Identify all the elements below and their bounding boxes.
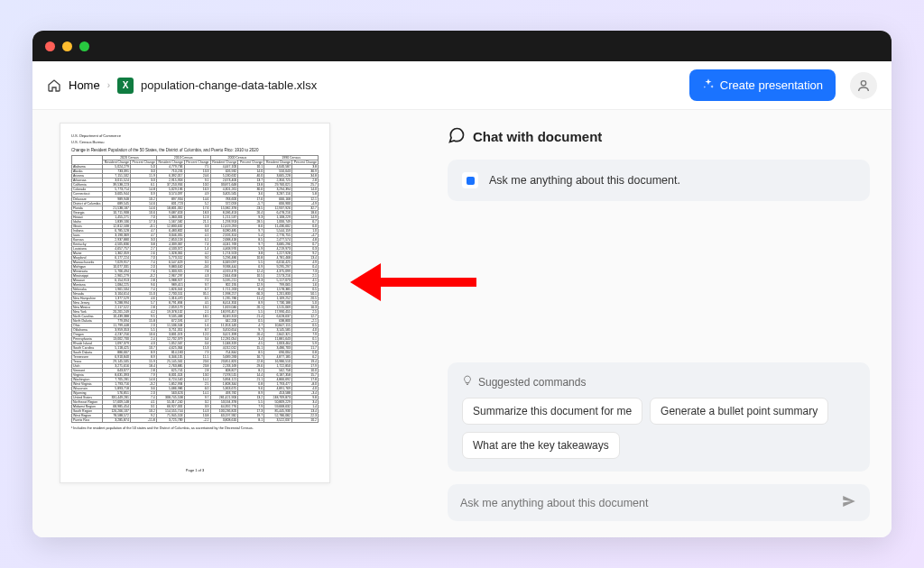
col-header: Resident Change	[210, 160, 238, 165]
doc-page-number: Page 1 of 3	[60, 469, 329, 473]
chat-icon	[448, 126, 466, 147]
sparkle-icon	[702, 78, 715, 93]
doc-dept: U.S. Department of Commerce	[71, 134, 319, 139]
close-window-button[interactable]	[45, 41, 55, 51]
create-presentation-label: Create presentation	[720, 78, 823, 92]
col-header: Percent Change	[130, 160, 156, 165]
col-header: Percent Change	[238, 160, 264, 165]
send-button[interactable]	[841, 493, 857, 512]
col-header: Percent Change	[184, 160, 210, 165]
document-preview-pane: U.S. Department of Commerce U.S. Census …	[32, 110, 448, 537]
main: U.S. Department of Commerce U.S. Census …	[32, 110, 892, 537]
app-window: Home › X population-change-data-table.xl…	[32, 31, 892, 537]
minimize-window-button[interactable]	[62, 41, 72, 51]
chat-header: Chat with document	[448, 126, 870, 147]
chat-pane: Chat with document Ask me anything about…	[448, 110, 892, 537]
suggestion-chip[interactable]: Generate a bullet point summary	[650, 398, 828, 425]
chat-intro-text: Ask me anything about this document.	[489, 174, 680, 187]
excel-file-icon: X	[117, 78, 134, 94]
doc-bureau: U.S. Census Bureau	[71, 141, 319, 145]
suggested-commands-label: Suggested commands	[478, 376, 586, 389]
chevron-right-icon: ›	[107, 80, 110, 90]
svg-point-0	[861, 80, 865, 85]
table-row: Puerto Rico3,285,874-11.83,725,789-2.23,…	[72, 418, 319, 423]
doc-table: 2020 Census2010 Census2000 Census1990 Ce…	[71, 155, 319, 423]
breadcrumb: Home › X population-change-data-table.xl…	[47, 78, 317, 94]
col-area	[72, 156, 103, 165]
suggestion-chip[interactable]: Summarize this document for me	[462, 398, 642, 425]
user-avatar-button[interactable]	[850, 72, 877, 99]
col-header: Percent Change	[291, 160, 318, 165]
chat-input-row	[448, 484, 870, 521]
toolbar: Home › X population-change-data-table.xl…	[32, 61, 892, 110]
breadcrumb-filename: population-change-data-table.xlsx	[141, 78, 317, 92]
chat-header-title: Chat with document	[473, 129, 602, 144]
maximize-window-button[interactable]	[79, 41, 89, 51]
document-page[interactable]: U.S. Department of Commerce U.S. Census …	[60, 123, 330, 483]
chat-intro-box: Ask me anything about this document.	[448, 160, 870, 201]
assistant-avatar-icon	[462, 172, 478, 188]
breadcrumb-home[interactable]: Home	[69, 78, 100, 92]
doc-title: Change in Resident Population of the 50 …	[71, 148, 319, 152]
doc-footnote: ¹ Includes the resident population of th…	[71, 426, 319, 430]
create-presentation-button[interactable]: Create presentation	[689, 69, 836, 101]
suggested-commands-title: Suggested commands	[462, 375, 855, 389]
col-header: Resident Change	[103, 160, 131, 165]
lightbulb-icon	[462, 375, 473, 389]
chat-input[interactable]	[460, 497, 841, 509]
home-icon[interactable]	[47, 78, 61, 93]
col-header: Resident Change	[264, 160, 292, 165]
suggestion-chip[interactable]: What are the key takeaways	[462, 432, 620, 459]
titlebar	[32, 31, 892, 61]
suggested-commands-card: Suggested commands Summarize this docume…	[448, 362, 870, 472]
col-header: Resident Change	[156, 160, 184, 165]
